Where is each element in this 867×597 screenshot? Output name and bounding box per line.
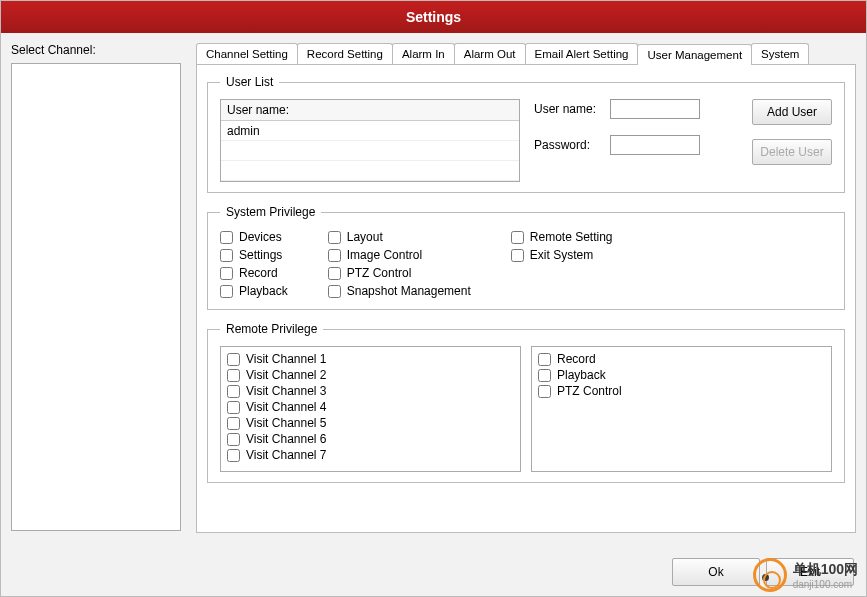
ok-button[interactable]: Ok [672,558,760,586]
user-list-fieldset: User List User name: admin User name: Pa… [207,75,845,193]
checkbox-label: Visit Channel 7 [246,448,327,462]
watermark-text-cn: 单机100网 [793,561,858,579]
remotepriv-visit-channel-1[interactable]: Visit Channel 1 [227,351,514,367]
checkbox[interactable] [328,231,341,244]
checkbox[interactable] [220,285,233,298]
checkbox-label: Visit Channel 1 [246,352,327,366]
remotepriv-record[interactable]: Record [538,351,825,367]
delete-user-button: Delete User [752,139,832,165]
table-row[interactable] [221,141,519,161]
checkbox[interactable] [227,369,240,382]
table-row[interactable] [221,161,519,181]
window-title: Settings [1,1,866,33]
checkbox[interactable] [511,231,524,244]
select-channel-label: Select Channel: [11,43,186,57]
syspriv-snapshot-management[interactable]: Snapshot Management [328,283,471,299]
checkbox-label: Record [557,352,596,366]
checkbox-label: Exit System [530,248,593,262]
system-privilege-legend: System Privilege [220,205,321,219]
remotepriv-visit-channel-2[interactable]: Visit Channel 2 [227,367,514,383]
checkbox[interactable] [328,267,341,280]
syspriv-remote-setting[interactable]: Remote Setting [511,229,613,245]
watermark-logo-icon [753,558,787,592]
add-user-button[interactable]: Add User [752,99,832,125]
syspriv-image-control[interactable]: Image Control [328,247,471,263]
username-label: User name: [534,102,604,116]
checkbox[interactable] [227,449,240,462]
checkbox-label: PTZ Control [347,266,412,280]
checkbox[interactable] [227,353,240,366]
tab-channel-setting[interactable]: Channel Setting [196,43,298,64]
checkbox-label: Visit Channel 5 [246,416,327,430]
user-list-legend: User List [220,75,279,89]
checkbox-label: Settings [239,248,282,262]
syspriv-layout[interactable]: Layout [328,229,471,245]
username-input[interactable] [610,99,700,119]
checkbox[interactable] [227,417,240,430]
checkbox-label: Visit Channel 6 [246,432,327,446]
syspriv-ptz-control[interactable]: PTZ Control [328,265,471,281]
remotepriv-visit-channel-6[interactable]: Visit Channel 6 [227,431,514,447]
checkbox-label: Snapshot Management [347,284,471,298]
checkbox-label: Visit Channel 3 [246,384,327,398]
table-row[interactable]: admin [221,121,519,141]
remotepriv-visit-channel-3[interactable]: Visit Channel 3 [227,383,514,399]
syspriv-playback[interactable]: Playback [220,283,288,299]
channel-listbox[interactable] [11,63,181,531]
tab-email-alert-setting[interactable]: Email Alert Setting [525,43,639,64]
tab-user-management[interactable]: User Management [637,44,752,65]
remotepriv-playback[interactable]: Playback [538,367,825,383]
checkbox[interactable] [328,285,341,298]
checkbox[interactable] [227,433,240,446]
checkbox[interactable] [220,231,233,244]
checkbox-label: Image Control [347,248,422,262]
remotepriv-visit-channel-7[interactable]: Visit Channel 7 [227,447,514,463]
checkbox[interactable] [220,267,233,280]
syspriv-record[interactable]: Record [220,265,288,281]
checkbox[interactable] [227,385,240,398]
remotepriv-ptz-control[interactable]: PTZ Control [538,383,825,399]
checkbox[interactable] [328,249,341,262]
syspriv-settings[interactable]: Settings [220,247,288,263]
tab-alarm-in[interactable]: Alarm In [392,43,455,64]
watermark-text-url: danji100.com [793,579,858,590]
checkbox-label: Playback [239,284,288,298]
checkbox-label: Layout [347,230,383,244]
checkbox[interactable] [511,249,524,262]
checkbox-label: Remote Setting [530,230,613,244]
remote-privilege-legend: Remote Privilege [220,322,323,336]
syspriv-devices[interactable]: Devices [220,229,288,245]
tabs: Channel SettingRecord SettingAlarm InAla… [196,43,856,65]
checkbox[interactable] [220,249,233,262]
tab-record-setting[interactable]: Record Setting [297,43,393,64]
user-table[interactable]: User name: admin [220,99,520,182]
password-input[interactable] [610,135,700,155]
checkbox-label: Record [239,266,278,280]
tab-alarm-out[interactable]: Alarm Out [454,43,526,64]
system-privilege-fieldset: System Privilege DevicesSettingsRecordPl… [207,205,845,310]
tab-system[interactable]: System [751,43,809,64]
user-table-header-username: User name: [221,100,519,121]
checkbox-label: Devices [239,230,282,244]
checkbox-label: Visit Channel 2 [246,368,327,382]
remotepriv-visit-channel-5[interactable]: Visit Channel 5 [227,415,514,431]
tab-user-management-panel: User List User name: admin User name: Pa… [196,65,856,533]
checkbox-label: PTZ Control [557,384,622,398]
checkbox-label: Visit Channel 4 [246,400,327,414]
remote-privilege-fieldset: Remote Privilege Visit Channel 1Visit Ch… [207,322,845,483]
remote-privilege-right-list[interactable]: RecordPlaybackPTZ Control [531,346,832,472]
checkbox[interactable] [538,369,551,382]
watermark: 单机100网 danji100.com [753,558,858,592]
password-label: Password: [534,138,604,152]
checkbox-label: Playback [557,368,606,382]
syspriv-exit-system[interactable]: Exit System [511,247,613,263]
remote-privilege-left-list[interactable]: Visit Channel 1Visit Channel 2Visit Chan… [220,346,521,472]
checkbox[interactable] [538,353,551,366]
remotepriv-visit-channel-4[interactable]: Visit Channel 4 [227,399,514,415]
checkbox[interactable] [227,401,240,414]
checkbox[interactable] [538,385,551,398]
